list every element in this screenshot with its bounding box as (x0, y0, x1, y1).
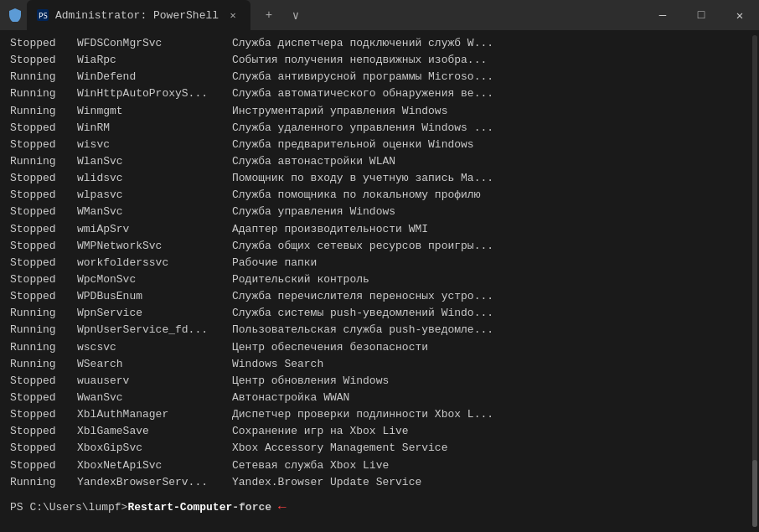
table-row: StoppedWpcMonSvcРодительский контроль (10, 271, 749, 288)
prompt-path: PS C:\Users\lumpf> (10, 499, 127, 516)
service-name: WlanSvc (77, 153, 232, 170)
powershell-icon: PS (37, 9, 49, 21)
table-row: StoppedwuauservЦентр обновления Windows (10, 373, 749, 390)
table-row: RunningWpnUserService_fd...Пользовательс… (10, 322, 749, 338)
service-name: YandexBrowserServ... (77, 474, 232, 491)
service-description: Служба антивирусной программы Microso... (232, 69, 749, 85)
prompt-command: Restart-Computer (127, 499, 232, 516)
table-row: RunningWSearchWindows Search (10, 356, 749, 373)
service-status: Stopped (10, 373, 77, 390)
service-status: Stopped (10, 440, 77, 457)
table-row: StoppedWiaRpcСобытия получения неподвижн… (10, 52, 749, 69)
service-name: WiaRpc (77, 52, 232, 69)
service-status: Running (10, 474, 77, 491)
service-description: Рабочие папки (232, 255, 749, 271)
table-row: StoppedXblGameSaveСохранение игр на Xbox… (10, 423, 749, 440)
table-row: StoppedwlpasvcСлужба помощника по локаль… (10, 187, 749, 204)
table-row: RunningwscsvcЦентр обеспечения безопасно… (10, 339, 749, 356)
service-name: WSearch (77, 356, 232, 373)
service-name: XblAuthManager (77, 406, 232, 423)
close-button[interactable]: ✕ (720, 0, 759, 30)
service-name: WMPNetworkSvc (77, 238, 232, 255)
service-name: WpnService (77, 305, 232, 322)
table-row: RunningYandexBrowserServ...Yandex.Browse… (10, 474, 749, 491)
tab-area: PS Administrator: PowerShell ✕ + ∨ (27, 0, 643, 30)
scrollbar-thumb (752, 460, 757, 527)
service-status: Running (10, 153, 77, 170)
service-status: Stopped (10, 35, 77, 52)
table-row: StoppedwmiApSrvАдаптер производительност… (10, 221, 749, 238)
service-description: Служба автонастройки WLAN (232, 153, 749, 170)
service-description: Адаптер производительности WMI (232, 221, 749, 238)
service-status: Stopped (10, 120, 77, 137)
table-row: StoppedWPDBusEnumСлужба перечислителя пе… (10, 288, 749, 305)
service-status: Running (10, 305, 77, 322)
prompt-line: PS C:\Users\lumpf> Restart-Computer -for… (10, 498, 749, 518)
service-status: Running (10, 85, 77, 102)
tab-close-button[interactable]: ✕ (225, 8, 240, 23)
service-name: XboxNetApiSvc (77, 457, 232, 474)
service-name: WinRM (77, 120, 232, 137)
service-description: Служба общих сетевых ресурсов проигры... (232, 238, 749, 255)
table-row: StoppedWMPNetworkSvcСлужба общих сетевых… (10, 238, 749, 255)
service-status: Stopped (10, 204, 77, 220)
table-row: RunningWinDefendСлужба антивирусной прог… (10, 69, 749, 85)
scrollbar[interactable] (752, 35, 757, 527)
service-description: События получения неподвижных изобра... (232, 52, 749, 69)
table-row: RunningWpnServiceСлужба системы push-уве… (10, 305, 749, 322)
service-description: Сетевая служба Xbox Live (232, 457, 749, 474)
shield-icon (7, 7, 23, 23)
active-tab[interactable]: PS Administrator: PowerShell ✕ (27, 0, 250, 30)
terminal-content[interactable]: StoppedWFDSConMgrSvcСлужба диспетчера по… (0, 30, 759, 532)
service-status: Stopped (10, 255, 77, 271)
service-name: wlpasvc (77, 187, 232, 204)
service-description: Служба удаленного управления Windows ... (232, 120, 749, 137)
service-description: Сохранение игр на Xbox Live (232, 423, 749, 440)
table-row: StoppedWwanSvcАвтонастройка WWAN (10, 390, 749, 406)
table-row: StoppedworkfolderssvcРабочие папки (10, 255, 749, 271)
service-description: Пользовательская служба push-уведомле... (232, 322, 749, 338)
svg-text:PS: PS (39, 12, 48, 20)
service-name: wisvc (77, 137, 232, 153)
table-row: StoppedWManSvcСлужба управления Windows (10, 204, 749, 220)
service-name: WPDBusEnum (77, 288, 232, 305)
service-name: wmiApSrv (77, 221, 232, 238)
service-description: Служба системы push-уведомлений Windo... (232, 305, 749, 322)
service-description: Windows Search (232, 356, 749, 373)
service-description: Yandex.Browser Update Service (232, 474, 749, 491)
service-description: Xbox Accessory Management Service (232, 440, 749, 457)
cursor-arrow: ← (278, 498, 287, 518)
service-name: XboxGipSvc (77, 440, 232, 457)
table-row: RunningWinHttpAutoProxyS...Служба автома… (10, 85, 749, 102)
service-description: Диспетчер проверки подлинности Xbox L... (232, 406, 749, 423)
service-name: wscsvc (77, 339, 232, 356)
service-description: Служба автоматического обнаружения ве... (232, 85, 749, 102)
table-row: StoppedXboxGipSvcXbox Accessory Manageme… (10, 440, 749, 457)
prompt-args: -force (232, 499, 271, 516)
service-name: WManSvc (77, 204, 232, 220)
service-status: Running (10, 356, 77, 373)
service-status: Running (10, 339, 77, 356)
service-status: Running (10, 322, 77, 338)
service-status: Stopped (10, 390, 77, 406)
service-status: Stopped (10, 137, 77, 153)
service-status: Stopped (10, 457, 77, 474)
maximize-button[interactable]: □ (682, 0, 720, 30)
titlebar: PS Administrator: PowerShell ✕ + ∨ — □ ✕ (0, 0, 759, 30)
service-name: WFDSConMgrSvc (77, 35, 232, 52)
service-status: Stopped (10, 221, 77, 238)
terminal-lines: StoppedWFDSConMgrSvcСлужба диспетчера по… (10, 35, 749, 491)
tab-dropdown-button[interactable]: ∨ (284, 3, 307, 27)
table-row: StoppedWFDSConMgrSvcСлужба диспетчера по… (10, 35, 749, 52)
service-name: WpnUserService_fd... (77, 322, 232, 338)
new-tab-button[interactable]: + (257, 3, 281, 27)
service-name: WwanSvc (77, 390, 232, 406)
service-status: Running (10, 69, 77, 85)
service-description: Служба помощника по локальному профилю (232, 187, 749, 204)
window: PS Administrator: PowerShell ✕ + ∨ — □ ✕… (0, 0, 759, 532)
service-status: Stopped (10, 423, 77, 440)
service-name: WinDefend (77, 69, 232, 85)
minimize-button[interactable]: — (643, 0, 682, 30)
service-status: Stopped (10, 170, 77, 187)
table-row: StoppedwisvcСлужба предварительной оценк… (10, 137, 749, 153)
